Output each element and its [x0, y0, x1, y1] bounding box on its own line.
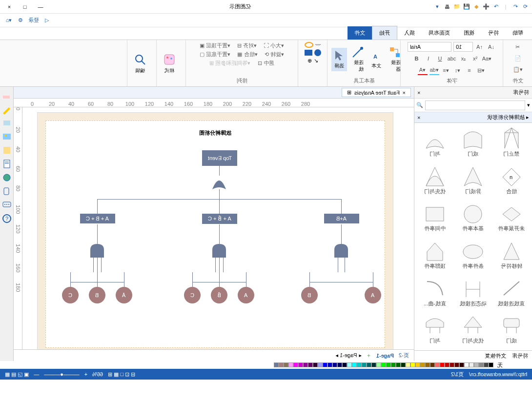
- node-top[interactable]: Top Event: [202, 150, 237, 166]
- node-l1-3[interactable]: A+B: [324, 214, 359, 223]
- shape-circle[interactable]: [314, 49, 321, 56]
- color-swatch[interactable]: [450, 362, 454, 367]
- tab-layout[interactable]: 页面布局: [422, 26, 457, 40]
- color-swatch[interactable]: [410, 362, 415, 367]
- shape-13[interactable]: 动态连接线: [455, 276, 491, 310]
- color-swatch[interactable]: [327, 362, 332, 367]
- page-1-tab[interactable]: Page-1: [376, 353, 394, 359]
- leaf-c2[interactable]: C: [184, 287, 201, 303]
- color-swatch[interactable]: [454, 362, 459, 367]
- shape-14[interactable]: 直线连接线: [494, 276, 529, 310]
- leaf-a2[interactable]: A: [238, 287, 254, 303]
- shape-oval[interactable]: [305, 42, 313, 48]
- and-gate-3[interactable]: [334, 244, 348, 258]
- color-swatch[interactable]: [288, 362, 293, 367]
- lb-comment[interactable]: [2, 200, 12, 210]
- tab-symbol[interactable]: 符号: [481, 26, 506, 40]
- color-swatch[interactable]: [332, 362, 337, 367]
- doc-tab-fta[interactable]: ⊞ Fault Tree Analysis ×: [342, 88, 411, 97]
- color-swatch[interactable]: [352, 362, 357, 367]
- cut-icon[interactable]: ✂: [513, 42, 523, 52]
- color-swatch[interactable]: [284, 362, 288, 367]
- zoom-slider[interactable]: ———●———: [44, 371, 80, 377]
- footer-lib[interactable]: 符号库: [512, 352, 528, 360]
- color-swatch[interactable]: [425, 362, 430, 367]
- cat-close-icon[interactable]: ×: [417, 115, 420, 121]
- shape-curve[interactable]: 〰: [315, 42, 321, 48]
- refresh-icon[interactable]: ⟳: [521, 3, 529, 11]
- connector-tool[interactable]: 连接线: [350, 44, 366, 75]
- group-btn[interactable]: ▦ 组合▾: [237, 51, 257, 58]
- underline-icon[interactable]: U: [435, 54, 445, 63]
- copy-icon[interactable]: 📄: [513, 53, 523, 63]
- align-l-icon[interactable]: ≡: [465, 65, 474, 75]
- tab-view[interactable]: 视图: [457, 26, 481, 40]
- color-swatch[interactable]: [337, 362, 342, 367]
- lb-image[interactable]: [2, 132, 12, 141]
- find-tool[interactable]: 编辑: [131, 51, 149, 76]
- shape-10[interactable]: 条件事件: [455, 238, 491, 273]
- shape-3[interactable]: 优先与门: [417, 163, 452, 198]
- size-btn[interactable]: ⛶ 大小▾: [264, 42, 284, 49]
- add-page-icon[interactable]: ＋: [366, 352, 371, 359]
- search-icon[interactable]: 🔍: [416, 102, 423, 108]
- lb-note[interactable]: [2, 145, 12, 155]
- color-swatch[interactable]: [308, 362, 313, 367]
- lb-attach[interactable]: [2, 186, 12, 196]
- shape-17[interactable]: 或门: [494, 313, 529, 347]
- paste-icon[interactable]: 📋▾: [513, 64, 523, 74]
- color-swatch[interactable]: [430, 362, 435, 367]
- color-swatch[interactable]: [318, 362, 323, 367]
- color-swatch[interactable]: [479, 362, 484, 367]
- lb-eraser[interactable]: [2, 91, 12, 100]
- footer-recover[interactable]: 文件恢复: [485, 352, 506, 360]
- color-swatch[interactable]: [357, 362, 362, 367]
- shape-search-input[interactable]: [425, 100, 525, 110]
- shrink-font-icon[interactable]: A↓: [487, 42, 496, 52]
- color-swatch[interactable]: [396, 362, 401, 367]
- strike-icon[interactable]: abc: [447, 54, 457, 63]
- view-icons[interactable]: ▦ ▤ ◱ ▣: [5, 371, 29, 378]
- tab-help[interactable]: 帮助: [506, 26, 530, 40]
- shape-1[interactable]: 或门: [455, 126, 491, 161]
- shape-11[interactable]: 转移符号: [494, 238, 529, 273]
- color-swatch[interactable]: [303, 362, 308, 367]
- dropdown-icon[interactable]: ▾: [433, 3, 441, 11]
- search-dd-icon[interactable]: ▾: [527, 102, 530, 108]
- font-color-icon[interactable]: A▾: [418, 65, 428, 75]
- color-swatch[interactable]: [313, 362, 318, 367]
- select-tool[interactable]: 选择: [331, 48, 347, 71]
- page-nav[interactable]: ◂ Page-1 ▸: [335, 352, 362, 359]
- sub-icon[interactable]: x₂: [459, 54, 469, 63]
- sup-icon[interactable]: x²: [471, 54, 480, 63]
- palette-tool[interactable]: 样式: [161, 51, 178, 76]
- color-swatch[interactable]: [342, 362, 347, 367]
- shape-5[interactable]: n组合: [494, 163, 529, 198]
- shape-16[interactable]: 优先与门: [455, 313, 491, 347]
- close-panel-icon[interactable]: ×: [417, 90, 420, 96]
- case-icon[interactable]: Aa▾: [482, 54, 492, 63]
- shape-line[interactable]: ⊕: [307, 58, 312, 64]
- highlight-icon[interactable]: ab▾: [430, 65, 439, 75]
- save-icon[interactable]: 💾: [463, 3, 471, 11]
- color-swatch[interactable]: [440, 362, 445, 367]
- font-size[interactable]: 10: [453, 42, 473, 52]
- font-select[interactable]: Arial: [408, 42, 451, 52]
- color-swatch[interactable]: [381, 362, 386, 367]
- shape-2[interactable]: 禁止门: [494, 126, 529, 161]
- shape-4[interactable]: 异或门: [455, 163, 491, 198]
- tab-insert[interactable]: 插入: [397, 26, 422, 40]
- page-2-tab[interactable]: 页-2: [399, 352, 409, 359]
- color-swatch[interactable]: [401, 362, 406, 367]
- color-swatch[interactable]: [464, 362, 469, 367]
- leaf-b2[interactable]: B̄: [211, 287, 227, 303]
- folder-icon[interactable]: 📁: [453, 3, 461, 11]
- color-swatch[interactable]: [420, 362, 425, 367]
- maximize-button[interactable]: □: [19, 2, 31, 12]
- shape-9[interactable]: 顶部事件: [417, 238, 452, 273]
- color-swatch[interactable]: [323, 362, 327, 367]
- lb-globe[interactable]: [2, 173, 12, 182]
- send-back[interactable]: ▢ 置于底层▾: [200, 51, 230, 58]
- bring-front[interactable]: ▣ 置于顶层▾: [200, 42, 230, 49]
- color-swatch[interactable]: [293, 362, 298, 367]
